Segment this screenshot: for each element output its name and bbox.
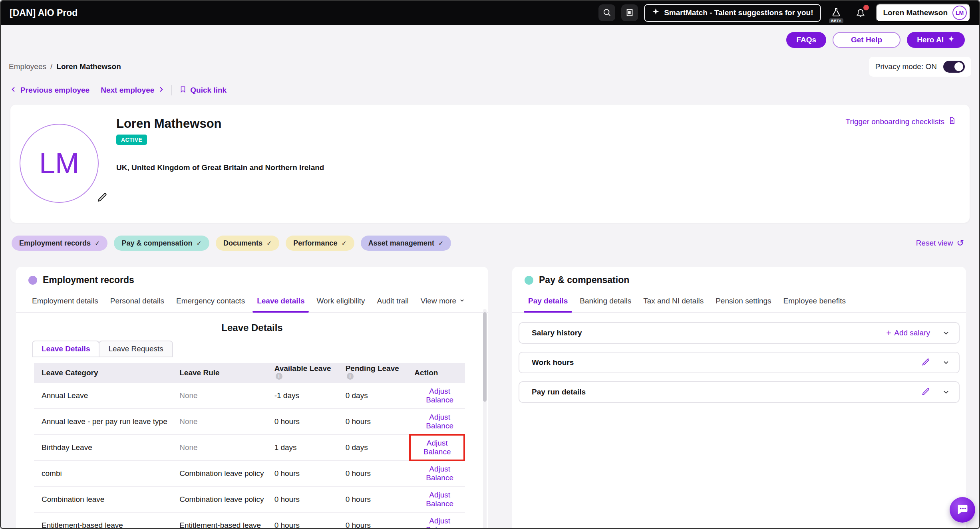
tab-pay-details[interactable]: Pay details: [522, 291, 574, 312]
table-row: Combination leave Combination leave poli…: [34, 487, 465, 513]
faqs-button[interactable]: FAQs: [786, 32, 826, 48]
breadcrumb-separator: /: [50, 62, 52, 71]
tab-emergency-contacts[interactable]: Emergency contacts: [170, 291, 251, 312]
organisation-button[interactable]: [621, 4, 638, 21]
teal-dot-icon: [525, 276, 533, 285]
edit-work-hours-button[interactable]: [922, 358, 930, 367]
tab-employment-details[interactable]: Employment details: [26, 291, 104, 312]
quick-link-label: Quick link: [190, 86, 227, 95]
info-icon[interactable]: i: [347, 373, 354, 380]
previous-employee-button[interactable]: Previous employee: [10, 86, 89, 95]
table-header-row: Leave Category Leave Rule Available Leav…: [34, 363, 465, 383]
tab-tax-ni-details[interactable]: Tax and NI details: [637, 291, 710, 312]
smartmatch-label: SmartMatch - Talent suggestions for you!: [664, 8, 813, 17]
tab-banking-details[interactable]: Banking details: [574, 291, 637, 312]
tab-leave-details[interactable]: Leave details: [251, 291, 310, 312]
user-avatar: LM: [952, 6, 967, 20]
salary-history-label: Salary history: [532, 329, 582, 337]
employee-nav: Previous employee Next employee Quick li…: [10, 82, 979, 98]
next-employee-label: Next employee: [101, 86, 154, 95]
next-employee-button[interactable]: Next employee: [101, 86, 164, 95]
building-icon: [625, 8, 634, 18]
search-button[interactable]: [598, 4, 615, 21]
info-icon[interactable]: i: [276, 373, 282, 380]
pill-employment-records[interactable]: Employment records ✓: [12, 236, 107, 251]
cell-rule: None: [172, 417, 266, 426]
leave-table: Leave Category Leave Rule Available Leav…: [34, 363, 465, 529]
subtab-leave-details[interactable]: Leave Details: [32, 341, 99, 357]
get-help-button[interactable]: Get Help: [833, 32, 900, 48]
chat-widget-button[interactable]: [950, 497, 975, 523]
cell-pending: 0 days: [338, 443, 407, 452]
adjust-balance-link[interactable]: Adjust Balance: [414, 491, 465, 508]
pill-pay-compensation[interactable]: Pay & compensation ✓: [114, 236, 209, 251]
reset-icon: ↺: [957, 239, 964, 248]
pill-label: Performance: [293, 239, 337, 248]
breadcrumb-employees[interactable]: Employees: [9, 62, 46, 71]
cell-category: Birthday Leave: [34, 443, 172, 452]
avatar-wrap: LM: [20, 124, 99, 203]
sparkle-icon: [948, 36, 955, 45]
work-hours-section[interactable]: Work hours: [519, 352, 960, 373]
tab-personal-details[interactable]: Personal details: [104, 291, 170, 312]
chevron-down-icon: [459, 297, 465, 305]
tab-employee-benefits[interactable]: Employee benefits: [777, 291, 852, 312]
check-icon: ✓: [341, 240, 346, 247]
tab-audit-trail[interactable]: Audit trail: [371, 291, 415, 312]
smartmatch-banner-button[interactable]: SmartMatch - Talent suggestions for you!: [644, 4, 821, 22]
privacy-mode-toggle[interactable]: [943, 61, 965, 73]
pay-run-details-label: Pay run details: [532, 388, 586, 396]
hero-ai-button[interactable]: Hero AI: [907, 32, 965, 48]
app-window: [DAN] AIO Prod SmartMatch - Talent sugge…: [0, 0, 980, 529]
quick-link-button[interactable]: Quick link: [179, 86, 227, 95]
check-icon: ✓: [266, 240, 272, 247]
header-label: Pending Leave: [346, 364, 399, 372]
adjust-balance-link[interactable]: Adjust Balance: [414, 517, 465, 529]
table-row: Annual Leave None -1 days 0 days Adjust …: [34, 383, 465, 409]
pay-compensation-panel: Pay & compensation Pay details Banking d…: [512, 267, 966, 529]
hero-ai-label: Hero AI: [917, 36, 944, 44]
check-icon: ✓: [438, 240, 443, 247]
notifications-button[interactable]: [851, 4, 870, 22]
chevron-down-icon[interactable]: [942, 329, 950, 337]
cell-pending: 0 days: [338, 391, 407, 400]
reset-view-label: Reset view: [916, 239, 953, 248]
labs-button[interactable]: BETA: [827, 4, 845, 22]
tab-view-more[interactable]: View more: [415, 291, 471, 312]
tab-pension-settings[interactable]: Pension settings: [710, 291, 777, 312]
scrollbar-thumb[interactable]: [483, 312, 487, 402]
add-salary-button[interactable]: + Add salary: [886, 329, 930, 337]
pencil-icon: [922, 387, 930, 397]
leave-details-heading: Leave Details: [16, 322, 488, 333]
panel-title: Pay & compensation: [539, 275, 629, 285]
employment-records-panel: Employment records Employment details Pe…: [16, 267, 488, 529]
edit-pay-run-button[interactable]: [922, 387, 930, 397]
adjust-balance-link[interactable]: Adjust Balance: [414, 413, 465, 430]
tab-work-eligibility[interactable]: Work eligibility: [310, 291, 371, 312]
flask-icon: [831, 8, 841, 18]
pill-performance[interactable]: Performance ✓: [286, 236, 354, 251]
pill-asset-management[interactable]: Asset management ✓: [361, 236, 451, 251]
adjust-balance-link[interactable]: Adjust Balance: [414, 465, 465, 482]
header-pending-leave: Pending Leavei: [338, 364, 407, 382]
chevron-down-icon[interactable]: [942, 388, 950, 396]
user-menu[interactable]: Loren Mathewson LM: [876, 4, 970, 22]
breadcrumb: Employees / Loren Mathewson: [9, 62, 121, 71]
subtab-leave-requests[interactable]: Leave Requests: [99, 341, 173, 357]
pencil-icon: [97, 198, 107, 204]
cell-pending: 0 hours: [338, 417, 407, 426]
table-row: Annual leave - per pay run leave type No…: [34, 409, 465, 435]
leave-subtabs: Leave Details Leave Requests: [32, 341, 488, 357]
reset-view-button[interactable]: Reset view ↺: [916, 239, 964, 248]
adjust-balance-link[interactable]: Adjust Balance: [414, 387, 465, 404]
chevron-down-icon[interactable]: [942, 359, 950, 367]
cell-rule: Combination leave policy: [172, 469, 266, 478]
adjust-balance-link[interactable]: Adjust Balance: [414, 439, 460, 456]
pill-documents[interactable]: Documents ✓: [216, 236, 279, 251]
salary-history-section[interactable]: Salary history + Add salary: [519, 322, 960, 344]
scrollbar-track[interactable]: [483, 309, 487, 529]
table-row-birthday-leave: Birthday Leave None 1 days 0 days Adjust…: [34, 435, 465, 461]
trigger-onboarding-button[interactable]: Trigger onboarding checklists: [846, 117, 956, 127]
pay-run-details-section[interactable]: Pay run details: [519, 381, 960, 403]
edit-avatar-button[interactable]: [97, 192, 107, 204]
